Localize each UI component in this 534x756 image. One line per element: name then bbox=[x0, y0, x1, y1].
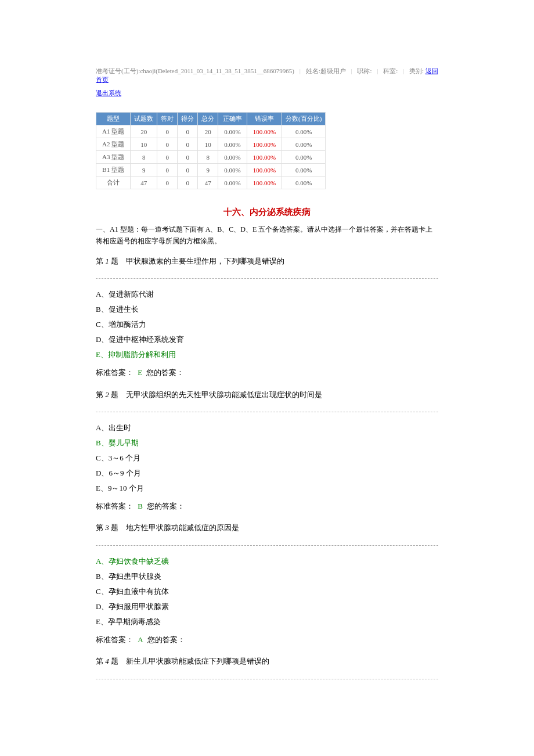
question-block: 第 4 题 新生儿甲状腺功能减低症下列哪项是错误的 bbox=[96, 654, 438, 679]
table-row: B1 型题90090.00%100.00%0.00% bbox=[96, 164, 326, 177]
table-cell: 0.00% bbox=[282, 151, 326, 164]
table-cell: 0.00% bbox=[218, 125, 247, 138]
table-row: 合计4700470.00%100.00%0.00% bbox=[96, 177, 326, 189]
answer-option: C、增加酶活力 bbox=[96, 317, 438, 332]
table-cell: 100.00% bbox=[247, 177, 282, 189]
table-cell: 0 bbox=[178, 164, 198, 177]
question-text: 题 甲状腺激素的主要生理作用，下列哪项是错误的 bbox=[109, 257, 284, 265]
question-stem: 第 2 题 无甲状腺组织的先天性甲状腺功能减低症出现症状的时间是 bbox=[96, 388, 438, 401]
table-cell: 8 bbox=[131, 151, 157, 164]
question-stem: 第 4 题 新生儿甲状腺功能减低症下列哪项是错误的 bbox=[96, 654, 438, 668]
answer-line: 标准答案： B 您的答案： bbox=[96, 499, 438, 513]
name-value: 超级用户 bbox=[320, 67, 346, 74]
table-header-cell: 得分 bbox=[178, 113, 198, 125]
table-header-cell: 总分 bbox=[198, 113, 218, 125]
answer-option: E、9～10 个月 bbox=[96, 481, 438, 496]
table-cell: 100.00% bbox=[247, 138, 282, 151]
exam-id-label: 准考证号(工号): bbox=[96, 67, 140, 74]
table-cell: 8 bbox=[198, 151, 218, 164]
table-cell: 0 bbox=[178, 138, 198, 151]
table-cell: 47 bbox=[198, 177, 218, 189]
table-row: A2 型题1000100.00%100.00%0.00% bbox=[96, 138, 326, 151]
table-header-cell: 正确率 bbox=[218, 113, 247, 125]
table-cell: 0.00% bbox=[218, 138, 247, 151]
separator: | bbox=[403, 67, 404, 74]
answer-option: D、孕妇服用甲状腺素 bbox=[96, 599, 438, 614]
std-answer-label: 标准答案： bbox=[96, 502, 135, 510]
answer-option: A、孕妇饮食中缺乏碘 bbox=[96, 554, 438, 569]
table-cell: 0 bbox=[157, 177, 178, 189]
answer-option: B、婴儿早期 bbox=[96, 435, 438, 451]
section-instructions: 一、A1 型题：每一道考试题下面有 A、B、C、D、E 五个备选答案。请从中选择… bbox=[96, 224, 438, 247]
table-cell: 0 bbox=[178, 125, 198, 138]
table-cell: 10 bbox=[131, 138, 157, 151]
question-text: 题 地方性甲状腺功能减低症的原因是 bbox=[109, 523, 239, 532]
std-answer-value: B bbox=[138, 502, 143, 510]
question-prefix: 第 bbox=[96, 657, 105, 665]
name-label: 姓名: bbox=[306, 67, 320, 74]
title-label: 职称: bbox=[357, 67, 371, 74]
answer-line: 标准答案： E 您的答案： bbox=[96, 366, 438, 379]
table-cell: 0.00% bbox=[282, 125, 326, 138]
table-cell: 0 bbox=[157, 138, 178, 151]
table-header-cell: 答对 bbox=[157, 113, 178, 125]
table-cell: 47 bbox=[131, 177, 157, 189]
answer-option: E、孕早期病毒感染 bbox=[96, 614, 438, 629]
table-cell: A3 型题 bbox=[96, 151, 131, 164]
answer-option: A、出生时 bbox=[96, 420, 438, 435]
table-cell: 100.00% bbox=[247, 125, 282, 138]
your-answer-label: 您的答案： bbox=[145, 502, 185, 510]
score-table: 题型试题数答对得分总分正确率错误率分数(百分比) A1 型题2000200.00… bbox=[96, 112, 326, 189]
separator: | bbox=[377, 67, 378, 74]
table-header-cell: 错误率 bbox=[247, 113, 282, 125]
table-header-cell: 分数(百分比) bbox=[282, 113, 326, 125]
page-title: 十六、内分泌系统疾病 bbox=[96, 207, 438, 218]
divider bbox=[96, 412, 438, 412]
table-cell: A1 型题 bbox=[96, 125, 131, 138]
table-cell: 0.00% bbox=[282, 177, 326, 189]
std-answer-value: A bbox=[138, 635, 143, 644]
table-cell: 合计 bbox=[96, 177, 131, 189]
question-prefix: 第 bbox=[96, 523, 105, 532]
separator: | bbox=[351, 67, 352, 74]
question-stem: 第 1 题 甲状腺激素的主要生理作用，下列哪项是错误的 bbox=[96, 254, 438, 268]
table-header-cell: 试题数 bbox=[131, 113, 157, 125]
question-prefix: 第 bbox=[96, 390, 105, 399]
table-cell: 0 bbox=[178, 151, 198, 164]
divider bbox=[96, 278, 438, 279]
answer-option: B、孕妇患甲状腺炎 bbox=[96, 569, 438, 584]
table-cell: 10 bbox=[198, 138, 218, 151]
table-cell: 20 bbox=[198, 125, 218, 138]
answer-option: D、6～9 个月 bbox=[96, 466, 438, 481]
separator: | bbox=[300, 67, 301, 74]
table-cell: A2 型题 bbox=[96, 138, 131, 151]
answer-option: A、促进新陈代谢 bbox=[96, 287, 438, 302]
table-cell: 0.00% bbox=[218, 164, 247, 177]
table-cell: 0.00% bbox=[218, 151, 247, 164]
table-cell: 0.00% bbox=[282, 164, 326, 177]
question-prefix: 第 bbox=[96, 257, 105, 265]
question-text: 题 无甲状腺组织的先天性甲状腺功能减低症出现症状的时间是 bbox=[109, 390, 322, 399]
table-cell: 20 bbox=[131, 125, 157, 138]
dept-label: 科室: bbox=[383, 67, 398, 74]
std-answer-label: 标准答案： bbox=[96, 635, 135, 644]
answer-line: 标准答案： A 您的答案： bbox=[96, 633, 438, 646]
table-cell: 0.00% bbox=[282, 138, 326, 151]
logout-link[interactable]: 退出系统 bbox=[96, 89, 121, 96]
answer-option: D、促进中枢神经系统发育 bbox=[96, 332, 438, 347]
table-cell: 100.00% bbox=[247, 164, 282, 177]
divider bbox=[96, 545, 438, 546]
question-block: 第 3 题 地方性甲状腺功能减低症的原因是A、孕妇饮食中缺乏碘B、孕妇患甲状腺炎… bbox=[96, 521, 438, 646]
question-block: 第 1 题 甲状腺激素的主要生理作用，下列哪项是错误的A、促进新陈代谢B、促进生… bbox=[96, 254, 438, 380]
table-cell: 0 bbox=[157, 151, 178, 164]
question-block: 第 2 题 无甲状腺组织的先天性甲状腺功能减低症出现症状的时间是A、出生时B、婴… bbox=[96, 388, 438, 513]
logout-bar: 退出系统 bbox=[96, 89, 438, 98]
question-text: 题 新生儿甲状腺功能减低症下列哪项是错误的 bbox=[109, 657, 269, 665]
your-answer-label: 您的答案： bbox=[145, 368, 184, 377]
question-stem: 第 3 题 地方性甲状腺功能减低症的原因是 bbox=[96, 521, 438, 534]
table-cell: 100.00% bbox=[247, 151, 282, 164]
table-cell: 0 bbox=[157, 125, 178, 138]
divider bbox=[96, 679, 438, 679]
answer-option: B、促进生长 bbox=[96, 302, 438, 317]
answer-option: C、孕妇血液中有抗体 bbox=[96, 584, 438, 599]
